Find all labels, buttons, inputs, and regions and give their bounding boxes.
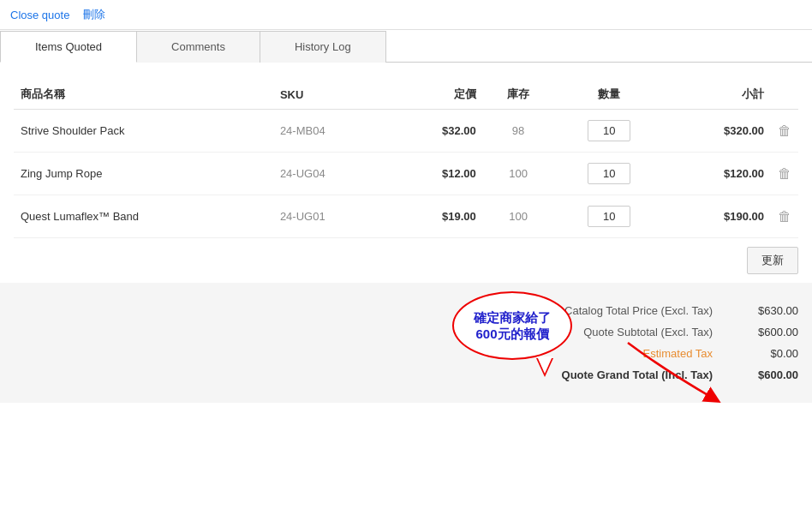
- tab-bar: Items Quoted Comments History Log: [0, 30, 812, 63]
- delete-row-icon[interactable]: 🗑: [778, 166, 791, 181]
- summary-value-tax: $0.00: [730, 347, 798, 360]
- qty-input[interactable]: [588, 120, 630, 141]
- delete-row-cell: 🗑: [771, 195, 798, 238]
- col-price: 定價: [389, 80, 483, 110]
- table-header-row: 商品名稱 SKU 定價 庫存 數量 小計: [14, 80, 798, 110]
- close-quote-button[interactable]: Close quote: [10, 9, 69, 21]
- delete-row-icon[interactable]: 🗑: [778, 123, 791, 138]
- qty-cell: [553, 153, 665, 195]
- product-name-cell: Strive Shoulder Pack: [14, 110, 273, 153]
- col-product-name: 商品名稱: [14, 80, 273, 110]
- qty-cell: [553, 195, 665, 238]
- summary-value-grand: $600.00: [730, 368, 798, 381]
- items-quoted-section: 商品名稱 SKU 定價 庫存 數量 小計 Strive Shoulder Pac…: [0, 63, 812, 238]
- summary-row-tax: Estimated Tax $0.00: [14, 343, 798, 364]
- stock-cell: 98: [483, 110, 554, 153]
- table-row: Strive Shoulder Pack 24-MB04 $32.00 98 $…: [14, 110, 798, 153]
- col-actions: [771, 80, 798, 110]
- col-qty: 數量: [553, 80, 665, 110]
- annotation-bubble: 確定商家給了600元的報價: [452, 291, 572, 360]
- subtotal-cell: $190.00: [665, 195, 771, 238]
- qty-input[interactable]: [588, 206, 630, 227]
- summary-value: $600.00: [730, 326, 798, 338]
- stock-cell: 100: [483, 153, 554, 195]
- tab-comments[interactable]: Comments: [136, 31, 260, 63]
- items-table: 商品名稱 SKU 定價 庫存 數量 小計 Strive Shoulder Pac…: [14, 80, 798, 238]
- delete-row-cell: 🗑: [771, 153, 798, 195]
- summary-row-grand-total: Quote Grand Total (Incl. Tax) $600.00: [14, 364, 798, 386]
- update-button[interactable]: 更新: [747, 247, 798, 274]
- summary-value: $630.00: [730, 304, 798, 317]
- col-subtotal: 小計: [665, 80, 771, 110]
- product-name-cell: Zing Jump Rope: [14, 153, 273, 195]
- delete-button[interactable]: 刪除: [83, 7, 105, 22]
- top-bar: Close quote 刪除: [0, 0, 812, 30]
- tab-items-quoted[interactable]: Items Quoted: [0, 31, 137, 63]
- tab-history-log[interactable]: History Log: [260, 31, 386, 63]
- subtotal-cell: $320.00: [665, 110, 771, 153]
- summary-label-grand: Quote Grand Total (Incl. Tax): [490, 368, 713, 381]
- delete-row-icon[interactable]: 🗑: [778, 209, 791, 224]
- col-stock: 庫存: [483, 80, 554, 110]
- sku-cell: 24-MB04: [273, 110, 389, 153]
- qty-input[interactable]: [588, 163, 630, 184]
- price-cell: $12.00: [389, 153, 483, 195]
- sku-cell: 24-UG01: [273, 195, 389, 238]
- sku-cell: 24-UG04: [273, 153, 389, 195]
- price-cell: $19.00: [389, 195, 483, 238]
- price-cell: $32.00: [389, 110, 483, 153]
- product-name-cell: Quest Lumaflex™ Band: [14, 195, 273, 238]
- summary-row-subtotal: Quote Subtotal (Excl. Tax) $600.00: [14, 321, 798, 343]
- summary-row-catalog: Catalog Total Price (Excl. Tax) $630.00: [14, 300, 798, 321]
- summary-section: 確定商家給了600元的報價 Catalog Total Price (Excl.…: [0, 283, 812, 403]
- table-row: Zing Jump Rope 24-UG04 $12.00 100 $120.0…: [14, 153, 798, 195]
- table-row: Quest Lumaflex™ Band 24-UG01 $19.00 100 …: [14, 195, 798, 238]
- delete-row-cell: 🗑: [771, 110, 798, 153]
- col-sku: SKU: [273, 80, 389, 110]
- stock-cell: 100: [483, 195, 554, 238]
- subtotal-cell: $120.00: [665, 153, 771, 195]
- qty-cell: [553, 110, 665, 153]
- update-row: 更新: [0, 238, 812, 283]
